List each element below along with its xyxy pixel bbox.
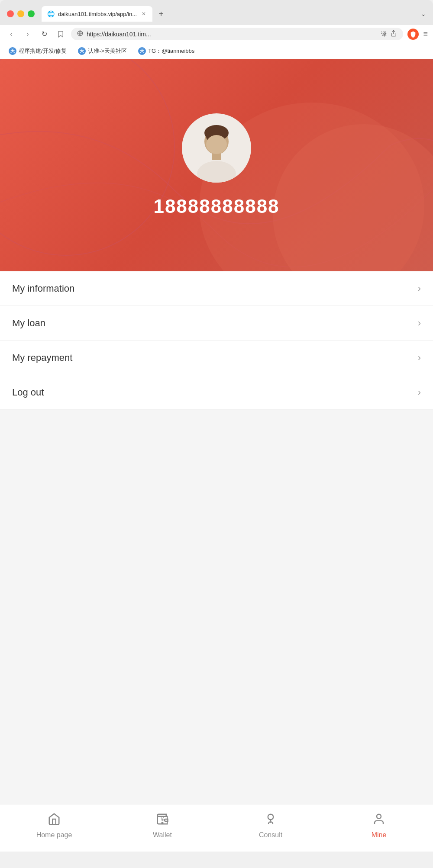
app-window: 18888888888 My information › My loan › M… (0, 59, 433, 852)
avatar-image (186, 122, 247, 183)
address-url: https://daikuan101.tim... (87, 31, 378, 38)
bookmark-item-1[interactable]: 天 认准->天美社区 (74, 46, 130, 56)
bookmark-item-0[interactable]: 天 程序搭建/开发/修复 (5, 46, 70, 56)
bottom-navigation: Home page ¥ Wallet (0, 804, 433, 852)
consult-icon (264, 813, 277, 829)
tab-favicon-icon: 🌐 (47, 10, 55, 18)
empty-content-area (0, 410, 433, 804)
profile-header: 18888888888 (0, 59, 433, 271)
address-bar[interactable]: https://daikuan101.tim... 译 (71, 28, 403, 40)
address-security-icon (77, 30, 83, 38)
svg-point-12 (268, 814, 274, 820)
tab-close-button[interactable]: ✕ (140, 10, 147, 17)
bookmark-item-2[interactable]: 天 TG：@tianmeibbs (135, 46, 198, 56)
nav-label-consult: Consult (259, 831, 282, 839)
bookmark-label-1: 认准->天美社区 (88, 47, 127, 55)
close-window-button[interactable] (7, 10, 14, 17)
brave-browser-icon[interactable] (407, 29, 419, 40)
browser-titlebar: 🌐 daikuan101.timibbs.vip/app/in... ✕ + ⌄ (0, 0, 433, 25)
minimize-window-button[interactable] (17, 10, 24, 17)
translate-button[interactable]: 译 (381, 30, 387, 38)
chevron-right-icon-0: › (418, 283, 421, 294)
traffic-lights (7, 10, 35, 17)
chevron-right-icon-2: › (418, 352, 421, 363)
wallet-icon: ¥ (156, 813, 169, 829)
bookmarks-bar: 天 程序搭建/开发/修复 天 认准->天美社区 天 TG：@tianmeibbs (0, 43, 433, 59)
forward-button[interactable]: › (22, 28, 34, 40)
home-icon (48, 813, 61, 829)
bookmark-label-0: 程序搭建/开发/修复 (19, 47, 67, 55)
menu-item-label-my-information: My information (12, 283, 74, 294)
menu-item-label-my-loan: My loan (12, 318, 45, 329)
svg-point-14 (377, 814, 381, 819)
nav-label-home: Home page (36, 831, 72, 839)
bookmark-favicon-1: 天 (78, 47, 86, 55)
nav-item-home[interactable]: Home page (32, 813, 76, 839)
browser-menu-button[interactable]: ≡ (423, 29, 428, 39)
menu-item-my-loan[interactable]: My loan › (0, 306, 433, 341)
mine-icon (372, 813, 385, 829)
nav-item-wallet[interactable]: ¥ Wallet (141, 813, 184, 839)
user-phone-number: 18888888888 (153, 196, 279, 217)
bookmark-favicon-2: 天 (138, 47, 146, 55)
tab-bar: 🌐 daikuan101.timibbs.vip/app/in... ✕ + (42, 6, 417, 22)
browser-chrome: 🌐 daikuan101.timibbs.vip/app/in... ✕ + ⌄… (0, 0, 433, 59)
menu-list: My information › My loan › My repayment … (0, 271, 433, 410)
back-button[interactable]: ‹ (5, 28, 17, 40)
share-button[interactable] (390, 30, 397, 38)
tabs-menu-button[interactable]: ⌄ (421, 10, 426, 17)
browser-navbar: ‹ › ↻ https://daikuan101.tim... 译 (0, 25, 433, 43)
menu-item-label-log-out: Log out (12, 387, 44, 398)
menu-item-log-out[interactable]: Log out › (0, 375, 433, 410)
menu-item-my-repayment[interactable]: My repayment › (0, 341, 433, 375)
menu-item-my-information[interactable]: My information › (0, 271, 433, 306)
reload-button[interactable]: ↻ (38, 28, 50, 40)
svg-point-9 (206, 135, 227, 154)
bookmark-favicon-0: 天 (9, 47, 16, 55)
chevron-right-icon-1: › (418, 318, 421, 329)
nav-item-consult[interactable]: Consult (249, 813, 292, 839)
new-tab-button[interactable]: + (155, 8, 167, 20)
menu-item-label-my-repayment: My repayment (12, 352, 72, 363)
nav-label-mine: Mine (372, 831, 387, 839)
svg-point-8 (197, 161, 236, 183)
maximize-window-button[interactable] (28, 10, 35, 17)
nav-label-wallet: Wallet (153, 831, 172, 839)
bookmark-label-2: TG：@tianmeibbs (148, 47, 194, 55)
user-avatar (182, 113, 251, 183)
bookmark-button[interactable] (55, 28, 67, 40)
tab-title: daikuan101.timibbs.vip/app/in... (58, 11, 137, 17)
nav-item-mine[interactable]: Mine (357, 813, 401, 839)
chevron-right-icon-3: › (418, 387, 421, 398)
address-actions: 译 (381, 30, 397, 38)
active-tab[interactable]: 🌐 daikuan101.timibbs.vip/app/in... ✕ (42, 6, 152, 22)
svg-text:¥: ¥ (161, 817, 164, 823)
